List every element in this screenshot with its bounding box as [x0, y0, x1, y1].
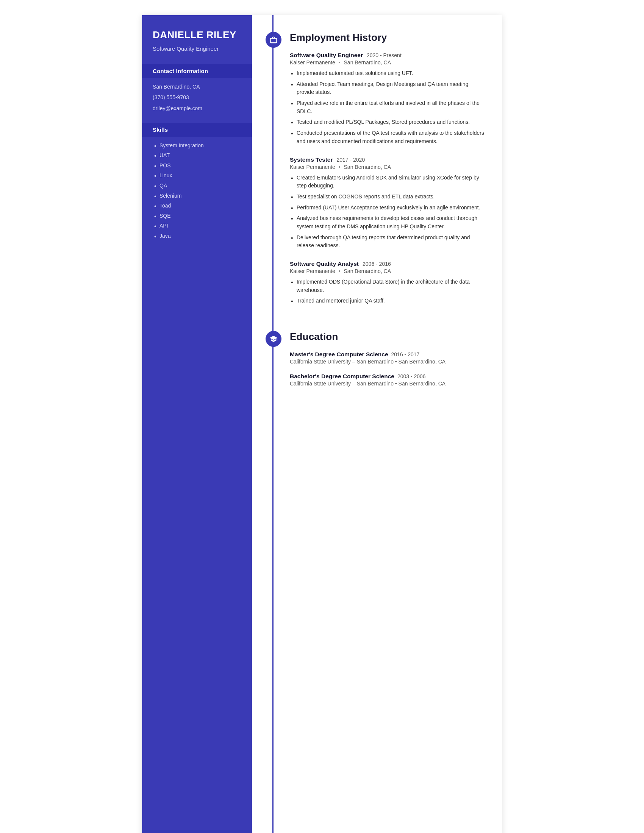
- graduation-icon: [269, 335, 278, 343]
- job-bullets: Implemented automated test solutions usi…: [290, 69, 485, 146]
- skills-section: Skills System IntegrationUATPOSLinuxQASe…: [142, 123, 252, 249]
- job-bullet: Attended Project Team meetings, Design M…: [290, 80, 485, 96]
- job-title: Systems Tester: [290, 156, 333, 163]
- edu-header: Master's Degree Computer Science2016 - 2…: [290, 351, 485, 358]
- skills-list: System IntegrationUATPOSLinuxQASeleniumT…: [153, 142, 242, 240]
- candidate-title: Software Quality Engineer: [153, 45, 242, 53]
- edu-degree: Bachelor's Degree Computer Science: [290, 373, 394, 380]
- employment-jobs: Software Quality Engineer2020 - PresentK…: [290, 52, 485, 305]
- job-block: Systems Tester2017 - 2020Kaiser Permanen…: [290, 156, 485, 250]
- education-icon: [266, 331, 282, 347]
- contact-section: Contact Information San Bernardino, CA (…: [142, 64, 252, 123]
- contact-section-header: Contact Information: [142, 64, 252, 78]
- briefcase-icon: [269, 35, 278, 44]
- job-block: Software Quality Engineer2020 - PresentK…: [290, 52, 485, 146]
- contact-section-content: San Bernardino, CA (370) 555-9703 driley…: [142, 83, 252, 113]
- job-header: Software Quality Engineer2020 - Present: [290, 52, 485, 59]
- job-bullets: Created Emulators using Android SDK and …: [290, 174, 485, 250]
- job-bullet: Implemented automated test solutions usi…: [290, 69, 485, 78]
- skill-item: Selenium: [153, 192, 242, 200]
- job-header: Software Quality Analyst2006 - 2016: [290, 261, 485, 267]
- edu-block: Bachelor's Degree Computer Science2003 -…: [290, 373, 485, 387]
- skill-item: Linux: [153, 172, 242, 180]
- job-bullet: Trained and mentored junior QA staff.: [290, 297, 485, 305]
- skill-item: Java: [153, 233, 242, 240]
- skill-item: POS: [153, 162, 242, 170]
- job-dates: 2017 - 2020: [336, 157, 365, 163]
- job-bullet: Implemented ODS (Operational Data Store)…: [290, 278, 485, 294]
- job-bullet: Performed (UAT) User Acceptance testing …: [290, 204, 485, 212]
- contact-email: driley@example.com: [153, 105, 242, 113]
- job-bullet: Analyzed business requirements to develo…: [290, 214, 485, 231]
- job-company: Kaiser Permanente • San Bernardino, CA: [290, 268, 485, 274]
- contact-location: San Bernardino, CA: [153, 83, 242, 91]
- edu-school: California State University – San Bernar…: [290, 359, 485, 365]
- skill-item: SQE: [153, 212, 242, 220]
- edu-block: Master's Degree Computer Science2016 - 2…: [290, 351, 485, 365]
- job-dates: 2006 - 2016: [362, 261, 391, 267]
- employment-section: Employment History Software Quality Engi…: [252, 15, 502, 320]
- skill-item: Toad: [153, 202, 242, 210]
- sidebar-header: DANIELLE RILEY Software Quality Engineer: [142, 15, 252, 64]
- job-bullet: Delivered thorough QA testing reports th…: [290, 234, 485, 250]
- edu-dates: 2016 - 2017: [391, 351, 420, 357]
- skills-section-content: System IntegrationUATPOSLinuxQASeleniumT…: [142, 142, 252, 240]
- job-company: Kaiser Permanente • San Bernardino, CA: [290, 164, 485, 170]
- job-bullets: Implemented ODS (Operational Data Store)…: [290, 278, 485, 305]
- resume-wrapper: DANIELLE RILEY Software Quality Engineer…: [142, 15, 502, 833]
- job-title: Software Quality Engineer: [290, 52, 363, 59]
- contact-phone: (370) 555-9703: [153, 94, 242, 101]
- skills-section-header: Skills: [142, 123, 252, 137]
- job-bullet: Conducted presentations of the QA test r…: [290, 129, 485, 145]
- skill-item: UAT: [153, 152, 242, 159]
- job-bullet: Created Emulators using Android SDK and …: [290, 174, 485, 190]
- employment-section-title: Employment History: [290, 32, 485, 43]
- job-bullet: Tested and modified PL/SQL Packages, Sto…: [290, 118, 485, 127]
- education-section-title: Education: [290, 331, 485, 343]
- job-dates: 2020 - Present: [367, 52, 402, 58]
- job-bullet: Test specialist on COGNOS reports and ET…: [290, 193, 485, 201]
- sidebar: DANIELLE RILEY Software Quality Engineer…: [142, 15, 252, 833]
- job-bullet: Played active role in the entire test ef…: [290, 99, 485, 116]
- edu-degree: Master's Degree Computer Science: [290, 351, 388, 357]
- skill-item: API: [153, 222, 242, 230]
- education-degrees: Master's Degree Computer Science2016 - 2…: [290, 351, 485, 387]
- employment-icon: [266, 32, 282, 48]
- job-company: Kaiser Permanente • San Bernardino, CA: [290, 60, 485, 66]
- job-block: Software Quality Analyst2006 - 2016Kaise…: [290, 261, 485, 305]
- main-content: Employment History Software Quality Engi…: [252, 15, 502, 833]
- candidate-name: DANIELLE RILEY: [153, 29, 242, 41]
- skill-item: QA: [153, 182, 242, 190]
- job-title: Software Quality Analyst: [290, 261, 359, 267]
- edu-school: California State University – San Bernar…: [290, 381, 485, 387]
- education-section: Education Master's Degree Computer Scien…: [252, 320, 502, 399]
- job-header: Systems Tester2017 - 2020: [290, 156, 485, 163]
- skill-item: System Integration: [153, 142, 242, 150]
- edu-dates: 2003 - 2006: [398, 373, 426, 380]
- edu-header: Bachelor's Degree Computer Science2003 -…: [290, 373, 485, 380]
